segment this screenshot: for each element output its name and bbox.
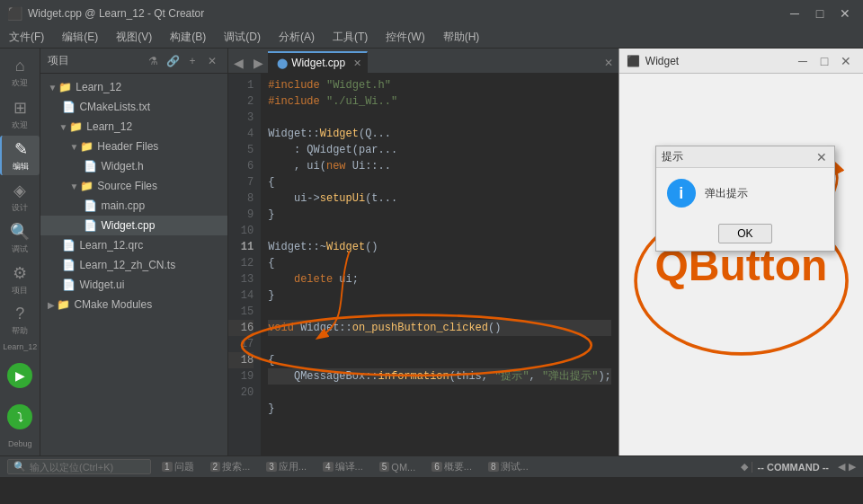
overview-badge: 6 — [432, 462, 442, 472]
minimize-button[interactable]: ─ — [784, 4, 805, 22]
tree-header-files-label: Header Files — [97, 140, 158, 153]
arrow-icon: ▼ — [58, 122, 67, 132]
tree-cmake-modules-label: CMake Modules — [74, 298, 152, 311]
sidebar-item-project[interactable]: ⚙ 项目 — [0, 260, 40, 299]
menu-widgets[interactable]: 控件(W) — [377, 27, 433, 48]
step-icon: ⤵ — [7, 404, 32, 429]
status-problems[interactable]: 1 问题 — [155, 460, 201, 473]
tree-ui-label: Widget.ui — [79, 279, 124, 291]
search-badge: 2 — [210, 462, 221, 472]
search-item-label: 搜索... — [222, 460, 250, 473]
cpp-file-icon-active: 📄 — [84, 219, 97, 232]
qrc-file-icon: 📄 — [62, 239, 76, 252]
project-label: 项目 — [12, 285, 28, 296]
status-compile[interactable]: 4 编译... — [316, 460, 370, 473]
tab-prev-btn[interactable]: ◀ — [228, 53, 248, 73]
status-overview[interactable]: 6 概要... — [424, 460, 479, 473]
help-icon: ? — [15, 305, 24, 323]
add-icon-btn[interactable]: + — [184, 53, 200, 69]
status-nav-left[interactable]: ◀ — [838, 461, 845, 473]
tree-header-files[interactable]: ▼ 📁 Header Files — [40, 137, 227, 156]
icon-sidebar: ⌂ 欢迎 ⊞ 欢迎 ✎ 编辑 ◈ 设计 🔍 调试 ⚙ 项目 ? 帮助 Learn… — [0, 49, 40, 455]
menu-view[interactable]: 视图(V) — [107, 27, 161, 48]
status-search-box[interactable]: 🔍 — [7, 459, 151, 474]
filter-icon-btn[interactable]: ⚗ — [145, 53, 161, 69]
menu-file[interactable]: 文件(F) — [0, 27, 53, 48]
tab-next-btn[interactable]: ▶ — [248, 53, 268, 73]
tree-main-cpp-label: main.cpp — [101, 199, 145, 212]
menu-edit[interactable]: 编辑(E) — [53, 27, 107, 48]
tree-widget-h-label: Widget.h — [101, 160, 143, 172]
close-button[interactable]: ✕ — [834, 4, 856, 22]
sidebar-item-welcome[interactable]: ⌂ 欢迎 — [0, 53, 40, 93]
tree-ts[interactable]: 📄 Learn_12_zh_CN.ts — [40, 255, 227, 275]
widget-maximize-btn[interactable]: □ — [814, 52, 834, 70]
arrow-icon: ▼ — [69, 181, 78, 191]
app-badge: 3 — [266, 462, 277, 472]
widget-close-btn[interactable]: ✕ — [836, 52, 856, 70]
widget-controls: ─ □ ✕ — [793, 52, 856, 70]
status-test[interactable]: 8 测试... — [481, 460, 536, 473]
folder-icon: 📁 — [57, 298, 70, 311]
sidebar-item-debug[interactable]: 🔍 调试 — [0, 218, 40, 258]
dialog-message: 弹出提示 — [705, 186, 748, 201]
tree-cmakelists[interactable]: 📄 CMakeLists.txt — [40, 97, 227, 117]
close-panel-btn[interactable]: ✕ — [204, 53, 220, 69]
folder-icon: 📁 — [80, 180, 93, 192]
menu-tools[interactable]: 工具(T) — [324, 27, 377, 48]
widget-title-bar: ⬛ Widget ─ □ ✕ — [619, 49, 863, 74]
tree-learn12[interactable]: ▼ 📁 Learn_12 — [40, 117, 227, 137]
dialog-close-btn[interactable]: ✕ — [814, 150, 829, 164]
window-title: Widget.cpp @ Learn_12 - Qt Creator — [28, 7, 784, 20]
status-nav-right[interactable]: ▶ — [849, 461, 856, 473]
tree-learn12-label: Learn_12 — [86, 120, 132, 133]
sidebar-item-design[interactable]: ◈ 设计 — [0, 177, 40, 217]
menu-debug[interactable]: 调试(D) — [215, 27, 270, 48]
app-icon: ⬛ — [7, 6, 22, 21]
status-app[interactable]: 3 应用... — [259, 460, 314, 473]
folder-icon: 📁 — [58, 81, 72, 93]
tree-widget-cpp[interactable]: 📄 Widget.cpp — [40, 216, 227, 235]
menu-build[interactable]: 构建(B) — [161, 27, 215, 48]
tab-close-icon[interactable]: ✕ — [353, 57, 361, 69]
menu-bar: 文件(F) 编辑(E) 视图(V) 构建(B) 调试(D) 分析(A) 工具(T… — [0, 27, 863, 49]
editor-tab-widget-cpp[interactable]: ⬤ Widget.cpp ✕ — [268, 51, 368, 73]
tree-source-files-label: Source Files — [97, 180, 157, 192]
arrow-icon: ▼ — [48, 83, 57, 93]
maximize-button[interactable]: □ — [809, 4, 831, 22]
close-all-tabs-btn[interactable]: ✕ — [599, 53, 618, 73]
link-icon-btn[interactable]: 🔗 — [165, 53, 181, 69]
sidebar-item-run[interactable]: ▶ — [0, 356, 40, 395]
dialog-body: i 弹出提示 — [656, 168, 834, 218]
code-container: 12345 678910 11 12131415 16 17 18 1920 #… — [228, 74, 618, 455]
tree-ui[interactable]: 📄 Widget.ui — [40, 275, 227, 295]
debug-label: 调试 — [12, 243, 28, 255]
dialog-ok-btn[interactable]: OK — [718, 224, 771, 243]
sidebar-item-help[interactable]: ? 帮助 — [0, 301, 40, 340]
search-input[interactable] — [30, 462, 147, 473]
run-icon: ▶ — [7, 363, 32, 388]
status-search-item[interactable]: 2 搜索... — [203, 460, 258, 473]
widget-title-icon: ⬛ — [627, 55, 640, 67]
menu-analyze[interactable]: 分析(A) — [270, 27, 324, 48]
code-editor[interactable]: #include "Widget.h" #include "./ui_Wi.."… — [261, 74, 618, 455]
tree-source-files[interactable]: ▼ 📁 Source Files — [40, 176, 227, 196]
sidebar-item-edit[interactable]: ✎ 编辑 — [0, 136, 40, 175]
tree-root[interactable]: ▼ 📁 Learn_12 — [40, 77, 227, 97]
tree-qrc[interactable]: 📄 Learn_12.qrc — [40, 235, 227, 255]
menu-help[interactable]: 帮助(H) — [434, 27, 489, 48]
arrow-icon: ▼ — [69, 142, 78, 152]
tree-widget-h[interactable]: 📄 Widget.h — [40, 156, 227, 176]
tree-main-cpp[interactable]: 📄 main.cpp — [40, 196, 227, 216]
tree-cmake-modules[interactable]: ▶ 📁 CMake Modules — [40, 295, 227, 314]
sidebar-item-step[interactable]: ⤵ — [0, 397, 40, 437]
ui-file-icon: 📄 — [62, 279, 76, 291]
sidebar-item-welcome2[interactable]: ⊞ 欢迎 — [0, 94, 40, 134]
panel-header-icons: ⚗ 🔗 + ✕ — [145, 53, 220, 69]
compile-label: 编译... — [335, 460, 363, 473]
widget-minimize-btn[interactable]: ─ — [793, 52, 813, 70]
arrow-icon: ▶ — [48, 300, 55, 310]
search-icon: 🔍 — [13, 461, 26, 473]
folder-icon: 📁 — [69, 120, 83, 133]
status-qm[interactable]: 5 QM... — [372, 460, 423, 473]
